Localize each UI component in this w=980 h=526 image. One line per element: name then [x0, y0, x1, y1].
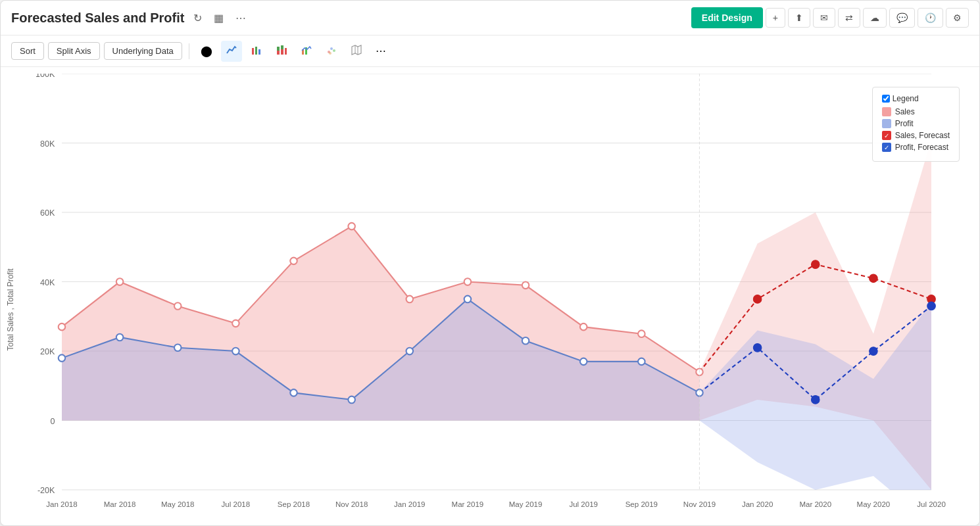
- share-icon[interactable]: ⇄: [838, 8, 860, 28]
- legend-color-profit-forecast: ✓: [882, 143, 891, 152]
- svg-text:Nov 2018: Nov 2018: [335, 500, 368, 508]
- export-icon[interactable]: ⬆: [788, 8, 810, 28]
- svg-text:May 2018: May 2018: [161, 500, 195, 508]
- svg-text:Jul 2018: Jul 2018: [222, 500, 251, 508]
- main-container: Forecasted Sales and Profit ↻ ▦ ⋯ Edit D…: [0, 0, 980, 526]
- history-icon[interactable]: 🕐: [918, 8, 943, 28]
- svg-point-80: [753, 343, 762, 352]
- chart-svg: 100K 80K 60K 40K 20K 0 -20K Jan 2018 Mar…: [20, 74, 973, 526]
- svg-point-59: [464, 278, 471, 285]
- svg-point-82: [870, 347, 878, 356]
- svg-point-60: [522, 282, 529, 289]
- svg-point-11: [330, 47, 333, 50]
- legend-color-sales-forecast: ✓: [882, 131, 891, 140]
- svg-point-62: [638, 330, 645, 337]
- svg-point-56: [290, 258, 297, 265]
- chart-area: Total Sales , Total Profit: [1, 67, 979, 526]
- legend-item-sales: Sales: [882, 107, 950, 116]
- toolbar: Sort Split Axis Underlying Data ⬤: [1, 36, 979, 67]
- map-icon[interactable]: [346, 41, 367, 62]
- toolbar-separator: [189, 43, 189, 59]
- svg-point-66: [174, 345, 181, 352]
- legend-color-sales: [882, 107, 891, 116]
- page-title: Forecasted Sales and Profit: [11, 11, 184, 26]
- svg-point-61: [580, 323, 587, 331]
- svg-text:Nov 2019: Nov 2019: [683, 500, 716, 508]
- svg-point-68: [290, 389, 297, 396]
- add-icon[interactable]: +: [766, 8, 785, 28]
- sort-button[interactable]: Sort: [11, 42, 44, 60]
- more-options-icon[interactable]: ⋯: [233, 9, 249, 27]
- email-icon[interactable]: ✉: [813, 8, 835, 28]
- legend: Legend Sales Profit ✓ Sales, Forecast: [872, 87, 960, 162]
- underlying-data-button[interactable]: Underlying Data: [104, 42, 182, 60]
- combo-chart-icon[interactable]: [296, 41, 317, 62]
- legend-item-profit: Profit: [882, 119, 950, 128]
- svg-point-83: [927, 302, 936, 310]
- svg-text:Jul 2020: Jul 2020: [917, 500, 946, 508]
- svg-point-54: [174, 302, 181, 310]
- svg-text:Mar 2018: Mar 2018: [104, 500, 136, 508]
- svg-rect-2: [258, 49, 260, 55]
- line-chart-icon[interactable]: [221, 41, 242, 62]
- svg-point-78: [870, 274, 878, 283]
- svg-text:40K: 40K: [40, 278, 55, 287]
- svg-point-74: [638, 358, 645, 366]
- cloud-icon[interactable]: ☁: [863, 8, 887, 28]
- svg-text:Mar 2019: Mar 2019: [452, 500, 484, 508]
- svg-text:Jul 2019: Jul 2019: [569, 500, 598, 508]
- svg-point-58: [406, 296, 413, 303]
- right-icons: Edit Design + ⬆ ✉ ⇄ ☁ 💬 🕐 ⚙: [691, 7, 969, 28]
- legend-checkbox[interactable]: [882, 95, 890, 103]
- svg-point-77: [811, 260, 820, 269]
- svg-point-12: [333, 49, 335, 52]
- svg-text:Sep 2018: Sep 2018: [278, 500, 310, 508]
- svg-rect-7: [285, 48, 287, 55]
- stacked-bar-icon[interactable]: [271, 41, 292, 62]
- svg-rect-3: [277, 51, 280, 55]
- svg-point-69: [348, 396, 355, 404]
- svg-point-57: [348, 223, 355, 230]
- legend-item-sales-forecast: ✓ Sales, Forecast: [882, 131, 950, 140]
- svg-point-13: [329, 52, 331, 55]
- legend-title: Legend: [882, 94, 950, 103]
- svg-rect-6: [281, 45, 283, 49]
- svg-text:60K: 60K: [40, 208, 55, 218]
- svg-point-52: [59, 323, 65, 331]
- grid-icon[interactable]: ▦: [211, 9, 226, 27]
- svg-point-65: [116, 334, 123, 341]
- pie-chart-icon[interactable]: ⬤: [196, 41, 217, 60]
- svg-point-55: [232, 320, 239, 327]
- svg-text:20K: 20K: [40, 347, 55, 356]
- refresh-icon[interactable]: ↻: [191, 9, 205, 27]
- svg-text:-20K: -20K: [37, 486, 55, 495]
- svg-point-76: [753, 295, 762, 304]
- svg-point-67: [232, 348, 239, 355]
- svg-text:Jan 2018: Jan 2018: [46, 500, 77, 508]
- legend-item-profit-forecast: ✓ Profit, Forecast: [882, 143, 950, 152]
- svg-point-70: [406, 348, 413, 355]
- svg-text:May 2019: May 2019: [509, 500, 543, 508]
- svg-point-72: [522, 337, 529, 345]
- svg-text:100K: 100K: [36, 74, 55, 79]
- split-axis-button[interactable]: Split Axis: [48, 42, 100, 60]
- settings-icon[interactable]: ⚙: [946, 8, 969, 28]
- header: Forecasted Sales and Profit ↻ ▦ ⋯ Edit D…: [1, 1, 979, 36]
- svg-point-53: [116, 278, 123, 285]
- svg-rect-4: [277, 47, 280, 51]
- bar-chart-icon[interactable]: [246, 41, 267, 62]
- scatter-icon[interactable]: [321, 41, 342, 62]
- edit-design-button[interactable]: Edit Design: [691, 7, 763, 28]
- svg-point-64: [59, 354, 65, 362]
- svg-text:Jan 2019: Jan 2019: [394, 500, 425, 508]
- svg-text:80K: 80K: [40, 139, 55, 149]
- more-charts-icon[interactable]: ⋯: [371, 41, 391, 60]
- comment-icon[interactable]: 💬: [889, 8, 915, 28]
- svg-point-81: [811, 396, 820, 404]
- legend-color-profit: [882, 119, 891, 128]
- svg-point-73: [580, 358, 587, 366]
- y-axis-label: Total Sales , Total Profit: [1, 74, 20, 526]
- svg-text:May 2020: May 2020: [857, 500, 891, 508]
- svg-text:0: 0: [50, 417, 55, 426]
- svg-point-71: [464, 296, 471, 303]
